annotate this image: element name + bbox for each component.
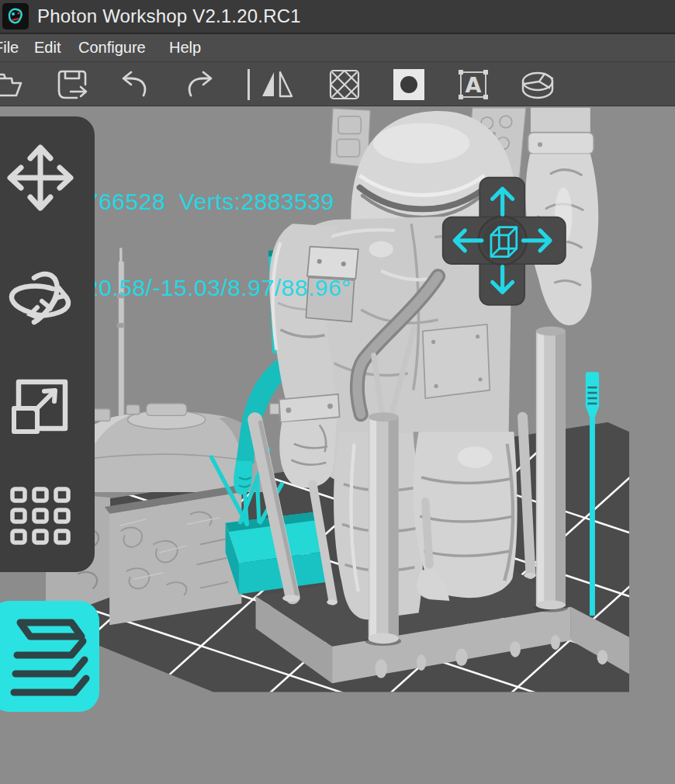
scale-tool-button[interactable] (5, 371, 76, 442)
mirror-icon (259, 67, 295, 102)
menu-file[interactable]: File (0, 39, 19, 57)
menu-configure[interactable]: Configure (78, 39, 146, 57)
text-tool-button[interactable]: A (455, 67, 491, 102)
save-button[interactable] (54, 67, 90, 102)
photon-logo-icon (2, 3, 29, 29)
redo-button[interactable] (182, 67, 218, 102)
stats-line-position: 20.58/-15.03/8.97/88.96° (85, 273, 351, 302)
split-button[interactable] (520, 67, 556, 102)
stats-line-verts: 766528 Verts:2883539 (85, 187, 351, 216)
open-button[interactable] (0, 67, 23, 102)
mirror-button[interactable] (259, 67, 295, 102)
move-tool-button[interactable] (5, 142, 76, 213)
slice-button[interactable] (0, 601, 99, 712)
svg-text:A: A (466, 73, 482, 97)
menu-edit[interactable]: Edit (34, 39, 61, 57)
split-cylinder-icon (520, 67, 556, 102)
hatch-square-icon (327, 67, 362, 102)
menu-bar: File Edit Configure Help (0, 33, 675, 61)
arrange-tool-button[interactable] (5, 480, 76, 551)
punch-hole-button[interactable] (391, 67, 427, 102)
scale-squares-icon (5, 371, 76, 442)
menu-help[interactable]: Help (169, 39, 201, 57)
undo-arrow-icon (116, 67, 152, 102)
main-toolbar: A (0, 61, 675, 106)
window-title: Photon Workshop V2.1.20.RC1 (37, 5, 301, 27)
rotate-tool-button[interactable] (5, 262, 76, 334)
redo-arrow-icon (182, 67, 218, 102)
rotate-orbit-icon (5, 262, 76, 334)
arrange-grid-icon (5, 480, 76, 551)
move-arrows-icon (5, 142, 76, 213)
slice-layers-icon (0, 601, 99, 712)
viewport-3d[interactable]: 766528 Verts:2883539 20.58/-15.03/8.97/8… (0, 106, 675, 784)
model-stats: 766528 Verts:2883539 20.58/-15.03/8.97/8… (85, 130, 351, 359)
toolbar-separator (248, 69, 250, 100)
square-circle-icon (391, 67, 427, 102)
title-bar: Photon Workshop V2.1.20.RC1 (0, 0, 675, 33)
tool-panel (0, 116, 95, 572)
hollow-button[interactable] (327, 67, 362, 102)
layer-slider-handle[interactable] (586, 372, 599, 417)
undo-button[interactable] (116, 67, 152, 102)
save-icon (54, 67, 90, 102)
folder-open-icon (0, 67, 23, 102)
text-a-icon: A (455, 67, 491, 102)
